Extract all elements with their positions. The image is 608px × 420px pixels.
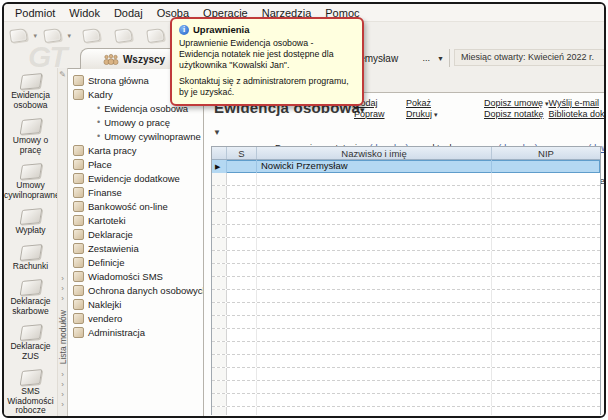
tree-item[interactable]: Płace [68, 157, 203, 171]
tree-item[interactable]: Umowy o pracę [68, 115, 203, 129]
menu-item[interactable]: Podmiot [8, 5, 62, 21]
filter-funnel-icon[interactable] [213, 128, 221, 137]
shortcut-item[interactable]: Deklaracje ZUS [4, 324, 57, 361]
action-column: Dopisz umowę Dopisz notatkę [484, 98, 549, 120]
shortcut-item[interactable]: Deklaracje skarbowe [4, 279, 57, 316]
finance-icon [73, 187, 84, 198]
pencil-icon: ✎ [59, 70, 66, 79]
people-icon [103, 54, 119, 65]
column-header-name[interactable]: Nazwisko i imię [257, 147, 492, 159]
tree-item[interactable]: Umowy cywilnoprawne [68, 129, 203, 143]
tree-item-label: Wiadomości SMS [88, 271, 163, 282]
wyslij-email-link[interactable]: Wyślij e-mail [549, 98, 606, 109]
tree-item[interactable]: Administracja [68, 325, 203, 339]
table-row[interactable]: Nowicki Przemysław [212, 160, 600, 173]
receipts-icon [18, 244, 44, 261]
toolbar-edit-icon[interactable] [142, 25, 168, 46]
shortcut-item[interactable]: Umowy cywilnoprawne [4, 163, 57, 200]
tree-item[interactable]: Ewidencje dodatkowe [68, 171, 203, 185]
table-empty-row [212, 251, 600, 264]
shortcut-item[interactable]: SMS Wiadomości robocze [4, 369, 57, 416]
expander-chevron-icon[interactable] [61, 380, 64, 390]
cell-name: Nowicki Przemysław [257, 160, 492, 173]
tree-item[interactable]: Definicje [68, 255, 203, 269]
column-header-marker [212, 147, 227, 159]
tooltip-hint: Skontaktuj się z administratorem program… [179, 76, 355, 98]
shortcut-item[interactable]: Rachunki [4, 244, 57, 272]
table-empty-row [212, 264, 600, 277]
table-empty-row [212, 355, 600, 368]
column-header-status[interactable]: S [227, 147, 257, 159]
tree-item-label: Definicje [88, 257, 124, 268]
tree-item-label: Kadry [88, 89, 113, 100]
tree-item-label: Deklaracje [88, 229, 133, 240]
combo-arrow-icon[interactable] [437, 55, 444, 62]
permissions-tooltip[interactable]: Uprawnienia Uprawnienie Ewidencja osobow… [170, 17, 364, 106]
tree-item[interactable]: Naklejki [68, 297, 203, 311]
menu-item[interactable]: Dodaj [107, 5, 150, 21]
tree-item-label: vendero [88, 313, 122, 324]
table-empty-row [212, 212, 600, 225]
action-links: Dodaj Popraw Pokaż Drukuj Dopisz umowę [354, 98, 606, 120]
popraw-link[interactable]: Popraw [354, 109, 406, 120]
tree-item[interactable]: Finanse [68, 185, 203, 199]
column-header-nip[interactable]: NIP [492, 147, 600, 159]
sms-icon [73, 271, 84, 282]
module-strip-label: Lista modułów [58, 310, 68, 364]
data-protection-icon [73, 285, 84, 296]
dopisz-umowe-link[interactable]: Dopisz umowę [484, 98, 549, 109]
table-empty-row [212, 316, 600, 329]
pokaz-link[interactable]: Pokaż [406, 98, 484, 109]
biblioteka-dokumentow-link[interactable]: Biblioteka dokumentów [549, 109, 606, 120]
vendero-icon [73, 313, 84, 324]
bullet-icon [97, 117, 100, 127]
bullet-icon [97, 131, 100, 141]
toolbar-glyph [43, 28, 62, 43]
drukuj-link[interactable]: Drukuj [406, 109, 484, 120]
expander-chevron-icon[interactable] [61, 274, 64, 284]
tree-item[interactable]: vendero [68, 311, 203, 325]
toolbar-send-icon[interactable] [44, 25, 72, 46]
tree-item-label: Strona główna [88, 75, 149, 86]
tree-item[interactable]: Kartoteki [68, 213, 203, 227]
tree-item-label: Zestawienia [88, 243, 139, 254]
shortcut-label: Deklaracje ZUS [4, 342, 57, 361]
tooltip-message: Uprawnienie Ewidencja osobowa - Ewidencj… [179, 38, 355, 71]
shortcut-label: Wypłaty [4, 226, 57, 236]
dopisz-notatke-link[interactable]: Dopisz notatkę [484, 109, 549, 120]
shortcut-item[interactable]: Ewidencja osobowa [4, 73, 57, 110]
work-card-icon [73, 145, 84, 156]
toolbar-note-icon[interactable] [110, 25, 136, 46]
table-empty-row [212, 381, 600, 394]
tree-item[interactable]: Bankowość on-line [68, 199, 203, 213]
expander-chevron-icon[interactable] [61, 390, 64, 400]
module-shortcut-bar: Ewidencja osobowa Umowy o pracę Umowy cy… [4, 68, 57, 416]
tree-item[interactable]: Ochrona danych osobowych [68, 283, 203, 297]
toolbar-glyph [114, 28, 133, 43]
tree-item[interactable]: Deklaracje [68, 227, 203, 241]
tree-item-label: Ochrona danych osobowych [88, 285, 203, 296]
tree-item[interactable]: Zestawienia [68, 241, 203, 255]
tree-item[interactable]: Karta pracy [68, 143, 203, 157]
info-icon [179, 25, 189, 35]
expander-chevron-icon[interactable] [61, 294, 64, 304]
staff-icon [73, 89, 84, 100]
toolbar-glyph [9, 28, 28, 43]
user-more-button[interactable]: ... [423, 53, 431, 63]
records-icon [73, 173, 84, 184]
shortcut-label: Umowy o pracę [4, 136, 57, 155]
toolbar-new-icon[interactable] [10, 25, 38, 46]
shortcut-item[interactable]: Umowy o pracę [4, 118, 57, 155]
shortcut-item[interactable]: Wypłaty [4, 208, 57, 236]
menu-item[interactable]: Widok [62, 5, 107, 21]
tree-item-label: Administracja [88, 327, 145, 338]
expander-chevron-icon[interactable] [61, 400, 64, 410]
tree-item[interactable]: Wiadomości SMS [68, 269, 203, 283]
expander-chevron-icon[interactable] [61, 370, 64, 380]
sms-drafts-icon [18, 369, 44, 386]
cell-status [227, 160, 257, 173]
expander-chevron-icon[interactable] [61, 284, 64, 294]
toolbar-person-icon[interactable] [78, 25, 104, 46]
dropdown-arrow-icon [33, 32, 37, 40]
tree-item-label: Ewidencje dodatkowe [88, 173, 180, 184]
